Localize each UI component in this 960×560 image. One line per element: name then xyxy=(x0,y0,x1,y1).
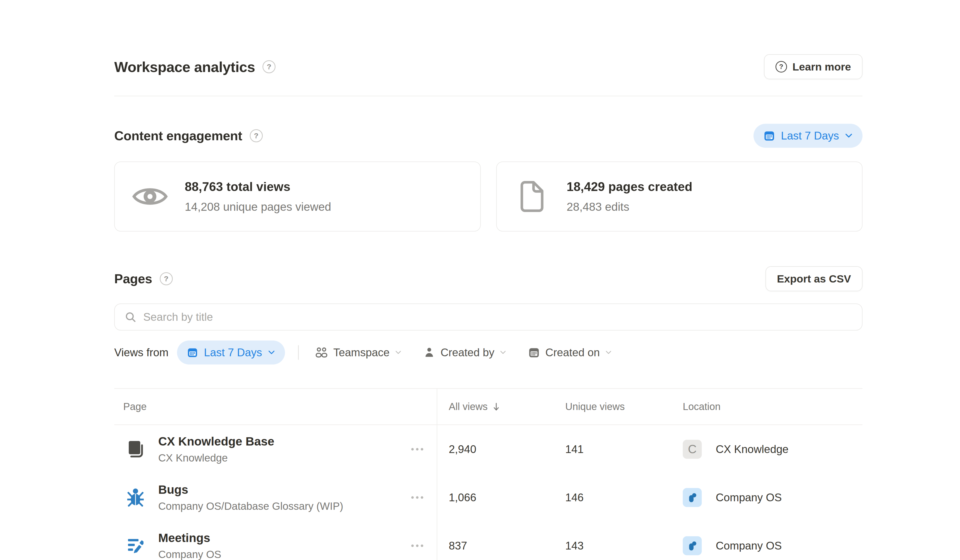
views-from-label: Views from xyxy=(114,346,168,359)
page-link[interactable]: CX Knowledge Base xyxy=(158,435,410,448)
total-views-value: 88,763 total views xyxy=(185,179,480,194)
page-title: Workspace analytics xyxy=(114,59,255,75)
section-divider xyxy=(114,96,862,96)
edits-value: 28,483 edits xyxy=(567,200,862,213)
bug-icon xyxy=(127,488,144,507)
date-range-label: Last 7 Days xyxy=(781,130,839,142)
unique-views-value: 141 xyxy=(561,443,683,456)
question-circle-icon: ? xyxy=(776,61,787,72)
teamspace-filter[interactable]: Teamspace xyxy=(315,346,402,359)
content-engagement-header: Content engagement ? Last 7 Days xyxy=(114,124,862,148)
views-date-filter-label: Last 7 Days xyxy=(204,346,262,359)
all-views-value: 1,066 xyxy=(437,491,561,504)
person-icon xyxy=(424,347,435,358)
eye-icon xyxy=(132,184,168,209)
teamspace-icon xyxy=(315,346,328,359)
chevron-down-icon xyxy=(605,350,612,355)
page-location-path: Company OS/Database Glossary (WIP) xyxy=(158,500,410,512)
calendar-icon xyxy=(528,347,540,358)
column-header-page[interactable]: Page xyxy=(114,401,437,412)
filters-row: Views from Last 7 Days xyxy=(114,341,862,365)
content-engagement-title: Content engagement xyxy=(114,128,242,143)
page-link[interactable]: Meetings xyxy=(158,531,410,545)
table-row[interactable]: CX Knowledge Base CX Knowledge 2,940 141… xyxy=(114,425,862,473)
company-os-logo xyxy=(683,488,702,507)
page-location-path: CX Knowledge xyxy=(158,452,410,464)
company-os-logo xyxy=(683,536,702,555)
document-icon xyxy=(520,181,544,212)
pages-created-value: 18,429 pages created xyxy=(567,179,862,194)
learn-more-button[interactable]: ? Learn more xyxy=(764,54,862,79)
search-input[interactable] xyxy=(143,311,852,323)
teamspace-filter-label: Teamspace xyxy=(333,346,389,359)
date-range-dropdown[interactable]: Last 7 Days xyxy=(754,124,862,148)
location-link[interactable]: Company OS xyxy=(716,539,782,552)
help-icon[interactable]: ? xyxy=(250,129,263,142)
search-bar xyxy=(114,304,862,331)
help-icon[interactable]: ? xyxy=(262,60,275,73)
calendar-icon xyxy=(763,130,775,141)
total-views-card: 88,763 total views 14,208 unique pages v… xyxy=(114,162,481,232)
page-header: Workspace analytics ? ? Learn more xyxy=(114,55,862,79)
unique-pages-viewed: 14,208 unique pages viewed xyxy=(185,200,480,213)
chevron-down-icon xyxy=(845,133,853,139)
unique-views-value: 143 xyxy=(561,539,683,552)
all-views-value: 2,940 xyxy=(437,443,561,456)
book-icon xyxy=(127,440,144,459)
compose-icon xyxy=(128,538,144,554)
location-link[interactable]: Company OS xyxy=(716,491,782,504)
location-link[interactable]: CX Knowledge xyxy=(716,443,789,456)
created-by-filter-label: Created by xyxy=(440,346,494,359)
stat-cards: 88,763 total views 14,208 unique pages v… xyxy=(114,162,862,232)
unique-views-value: 146 xyxy=(561,491,683,504)
export-csv-label: Export as CSV xyxy=(777,273,851,285)
created-on-filter[interactable]: Created on xyxy=(528,346,612,359)
page-link[interactable]: Bugs xyxy=(158,483,410,496)
pages-table: Page All views Unique views Location xyxy=(114,388,862,560)
row-actions-button[interactable] xyxy=(410,445,424,453)
chevron-down-icon xyxy=(268,350,275,355)
created-on-filter-label: Created on xyxy=(545,346,600,359)
chevron-down-icon xyxy=(395,350,402,355)
chevron-down-icon xyxy=(500,350,506,355)
table-row[interactable]: Bugs Company OS/Database Glossary (WIP) … xyxy=(114,473,862,522)
pages-title: Pages xyxy=(114,271,152,286)
workspace-analytics-page: Workspace analytics ? ? Learn more Conte… xyxy=(114,55,862,560)
help-icon[interactable]: ? xyxy=(160,272,173,285)
location-avatar: C xyxy=(683,440,702,459)
created-by-filter[interactable]: Created by xyxy=(424,346,506,359)
row-actions-button[interactable] xyxy=(410,542,424,549)
learn-more-label: Learn more xyxy=(792,61,851,73)
column-header-all-views[interactable]: All views xyxy=(437,401,561,412)
column-header-unique-views[interactable]: Unique views xyxy=(561,401,683,412)
search-icon xyxy=(125,311,136,323)
row-actions-button[interactable] xyxy=(410,494,424,501)
all-views-value: 837 xyxy=(437,539,561,552)
table-row[interactable]: Meetings Company OS 837 143 Company OS xyxy=(114,522,862,560)
views-date-filter[interactable]: Last 7 Days xyxy=(177,341,285,365)
export-csv-button[interactable]: Export as CSV xyxy=(765,266,862,291)
pages-created-card: 18,429 pages created 28,483 edits xyxy=(496,162,863,232)
filter-divider xyxy=(298,345,299,360)
sort-descending-icon xyxy=(493,402,500,411)
table-header: Page All views Unique views Location xyxy=(114,388,862,425)
page-location-path: Company OS xyxy=(158,549,410,560)
calendar-icon xyxy=(187,347,198,358)
column-header-location[interactable]: Location xyxy=(683,401,862,412)
pages-header: Pages ? Export as CSV xyxy=(114,265,862,293)
